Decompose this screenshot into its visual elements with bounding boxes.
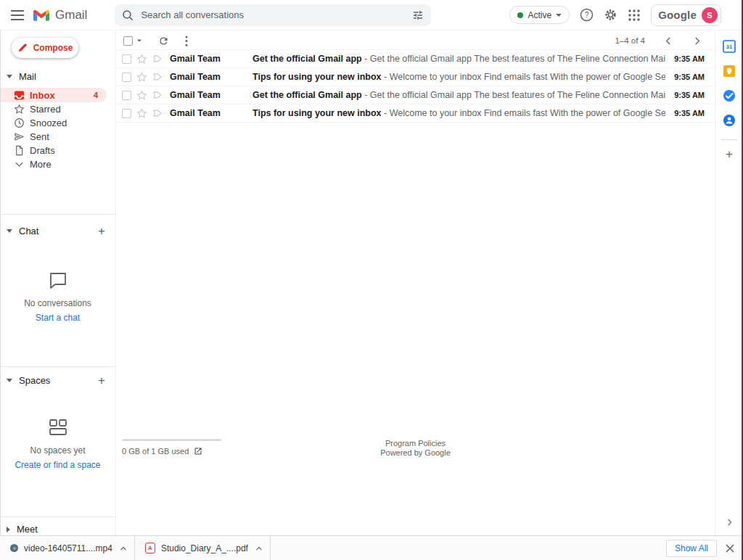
- sidebar: Compose Mail Inbox 4: [0, 30, 116, 535]
- download-item-pdf[interactable]: A Studio_Diary_A_....pdf: [135, 536, 271, 560]
- video-file-icon: [10, 544, 18, 552]
- meet-section-header[interactable]: Meet: [0, 524, 115, 535]
- sidebar-item-more[interactable]: More: [0, 157, 107, 171]
- email-row-subject: Tips for using your new inbox: [253, 108, 382, 118]
- download-file-name: Studio_Diary_A_....pdf: [161, 543, 248, 553]
- pagination: 1–4 of 4: [615, 36, 702, 46]
- star-icon[interactable]: [136, 90, 147, 101]
- spaces-section-header[interactable]: Spaces +: [0, 374, 115, 387]
- row-checkbox[interactable]: [122, 54, 131, 64]
- top-bar-actions: Active ? Google S: [509, 4, 721, 26]
- help-icon[interactable]: ?: [580, 8, 594, 22]
- profile-chip[interactable]: Google S: [651, 4, 721, 26]
- pagination-label: 1–4 of 4: [615, 36, 645, 45]
- download-options-chevron-icon[interactable]: [120, 545, 127, 551]
- row-checkbox[interactable]: [122, 109, 131, 118]
- program-policies-link[interactable]: Program Policies: [116, 439, 715, 448]
- importance-marker-icon[interactable]: [152, 108, 163, 118]
- meet-section: Meet: [0, 516, 115, 535]
- importance-marker-icon[interactable]: [152, 90, 163, 100]
- email-row-snippet: - Welcome to your inbox Find emails fast…: [382, 72, 666, 82]
- create-space-link[interactable]: Create or find a space: [0, 460, 115, 470]
- compose-label: Compose: [33, 43, 73, 53]
- panel-divider: [721, 139, 737, 140]
- select-all-checkbox[interactable]: [123, 36, 133, 46]
- sidebar-item-starred[interactable]: Starred: [0, 102, 107, 116]
- email-row-content: Get the official Gmail app - Get the off…: [253, 54, 665, 64]
- search-input[interactable]: [141, 9, 405, 20]
- sidebar-item-label: Inbox: [30, 90, 55, 101]
- unread-count-badge: 4: [94, 91, 98, 99]
- email-row-time: 9:35 AM: [674, 54, 705, 63]
- star-icon: [14, 104, 25, 115]
- sidebar-item-label: Drafts: [30, 145, 55, 156]
- side-panel: 31 +: [715, 30, 743, 535]
- select-dropdown-icon[interactable]: [137, 39, 141, 41]
- app-title: Gmail: [55, 8, 87, 22]
- star-icon[interactable]: [136, 54, 147, 65]
- row-checkbox[interactable]: [122, 91, 131, 100]
- close-downloads-icon[interactable]: [726, 544, 734, 553]
- sidebar-item-drafts[interactable]: Drafts: [0, 144, 107, 157]
- email-row-time: 9:35 AM: [674, 91, 705, 99]
- status-selector[interactable]: Active: [509, 6, 570, 24]
- start-chat-link[interactable]: Start a chat: [0, 313, 115, 323]
- contacts-icon[interactable]: [722, 113, 736, 128]
- compose-button[interactable]: Compose: [12, 38, 78, 58]
- chat-section-header[interactable]: Chat +: [0, 225, 115, 237]
- download-file-name: video-16405711....mp4: [24, 543, 112, 553]
- older-page-chevron-icon[interactable]: [692, 36, 702, 46]
- importance-marker-icon[interactable]: [152, 72, 163, 82]
- settings-gear-icon[interactable]: [604, 8, 617, 22]
- pencil-icon: [17, 43, 28, 53]
- sidebar-item-label: Starred: [30, 104, 61, 115]
- show-all-button[interactable]: Show All: [666, 540, 717, 557]
- email-row[interactable]: Gmail Team Tips for using your new inbox…: [116, 68, 715, 86]
- spaces-icon: [48, 419, 68, 437]
- email-row-sender: Gmail Team: [170, 72, 247, 82]
- more-options-icon[interactable]: [185, 36, 188, 46]
- sidebar-item-sent[interactable]: Sent: [0, 130, 107, 144]
- row-checkbox[interactable]: [122, 73, 131, 82]
- new-chat-plus-icon[interactable]: +: [98, 225, 105, 237]
- email-row[interactable]: Gmail Team Get the official Gmail app - …: [116, 50, 715, 68]
- new-space-plus-icon[interactable]: +: [98, 374, 105, 387]
- newer-page-chevron-icon[interactable]: [664, 36, 673, 46]
- email-row[interactable]: Gmail Team Tips for using your new inbox…: [116, 104, 715, 123]
- tasks-icon[interactable]: [722, 88, 736, 103]
- search-options-icon[interactable]: [412, 9, 424, 21]
- sidebar-item-inbox[interactable]: Inbox 4: [0, 88, 107, 102]
- email-row-subject: Tips for using your new inbox: [253, 72, 382, 82]
- download-options-chevron-icon[interactable]: [255, 545, 263, 551]
- refresh-icon[interactable]: [158, 36, 169, 46]
- inbox-icon: [14, 90, 25, 101]
- google-brand-label: Google: [658, 9, 697, 21]
- gmail-logo[interactable]: Gmail: [33, 8, 87, 22]
- main-menu-icon[interactable]: [3, 1, 32, 30]
- svg-text:31: 31: [726, 44, 732, 50]
- chevron-down-icon: [14, 159, 25, 170]
- top-bar: Gmail Active ?: [0, 0, 743, 30]
- importance-marker-icon[interactable]: [152, 54, 163, 64]
- google-apps-grid-icon[interactable]: [628, 9, 641, 22]
- search-bar[interactable]: [115, 4, 431, 26]
- status-label: Active: [528, 10, 551, 20]
- chat-empty-state: No conversations Start a chat: [0, 272, 115, 323]
- star-icon[interactable]: [136, 108, 147, 119]
- email-row[interactable]: Gmail Team Get the official Gmail app - …: [116, 86, 715, 104]
- email-row-sender: Gmail Team: [170, 90, 247, 100]
- hide-side-panel-chevron-icon[interactable]: [725, 518, 734, 527]
- download-item-video[interactable]: video-16405711....mp4: [0, 536, 135, 560]
- mail-section-header[interactable]: Mail: [0, 71, 115, 82]
- calendar-icon[interactable]: 31: [722, 39, 736, 54]
- clock-icon: [14, 118, 25, 128]
- keep-icon[interactable]: [722, 64, 736, 78]
- star-icon[interactable]: [136, 72, 147, 83]
- chat-section-label: Chat: [19, 226, 38, 236]
- avatar[interactable]: S: [702, 7, 718, 23]
- sidebar-item-label: Snoozed: [30, 118, 67, 128]
- get-addons-plus-icon[interactable]: +: [726, 147, 733, 162]
- meet-section-label: Meet: [17, 524, 38, 535]
- sidebar-item-snoozed[interactable]: Snoozed: [0, 116, 107, 130]
- email-row-time: 9:35 AM: [674, 109, 705, 118]
